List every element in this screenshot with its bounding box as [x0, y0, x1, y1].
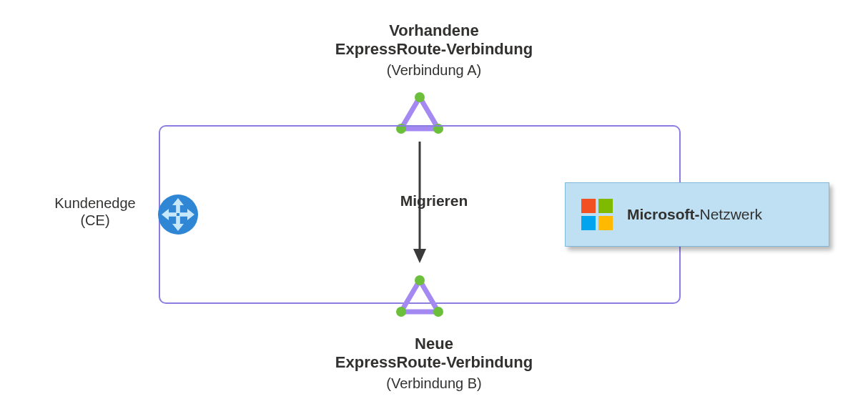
- expressroute-icon-bottom: [397, 276, 443, 316]
- svg-marker-2: [413, 249, 426, 263]
- microsoft-network-label: Microsoft-Netzwerk: [627, 206, 762, 223]
- existing-connection-subtitle: (Verbindung A): [0, 61, 868, 79]
- existing-connection-title: Vorhandene ExpressRoute-Verbindung: [0, 21, 868, 59]
- svg-rect-9: [168, 212, 177, 217]
- new-connection-title: Neue ExpressRoute-Verbindung: [0, 335, 868, 373]
- svg-rect-5: [176, 204, 180, 213]
- svg-rect-11: [179, 212, 188, 217]
- microsoft-network-box: Microsoft-Netzwerk: [565, 182, 829, 247]
- customer-edge-label: Kundenedge (CE): [41, 194, 149, 229]
- new-connection-subtitle: (Verbindung B): [0, 375, 868, 392]
- diagram-stage: Vorhandene ExpressRoute-Verbindung (Verb…: [0, 0, 868, 409]
- svg-rect-7: [176, 216, 180, 225]
- microsoft-logo-icon: [581, 199, 613, 230]
- router-icon: [157, 194, 199, 235]
